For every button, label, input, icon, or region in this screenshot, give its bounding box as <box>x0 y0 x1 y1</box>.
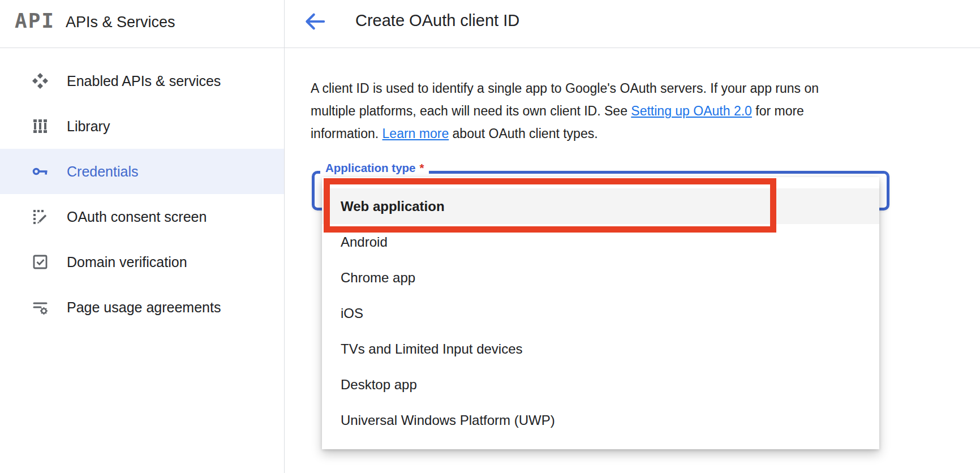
intro-line1: A client ID is used to identify a single… <box>311 81 819 96</box>
sidebar-item-oauth-consent[interactable]: OAuth consent screen <box>0 194 284 239</box>
option-tvs-limited-input[interactable]: TVs and Limited Input devices <box>322 331 879 367</box>
apis-icon <box>31 71 50 91</box>
application-type-label: Application type* <box>320 160 429 175</box>
sidebar-item-label: Page usage agreements <box>67 299 221 316</box>
option-web-application[interactable]: Web application <box>322 188 879 224</box>
intro-line3-pre: information. <box>311 126 382 141</box>
sidebar-item-credentials[interactable]: Credentials <box>0 149 284 194</box>
sidebar-divider <box>284 0 285 473</box>
intro-line2-pre: multiple platforms, each will need its o… <box>311 104 631 118</box>
sidebar-item-label: Enabled APIs & services <box>67 73 221 89</box>
sidebar-item-label: Library <box>67 118 110 135</box>
option-chrome-app[interactable]: Chrome app <box>322 260 879 295</box>
option-uwp[interactable]: Universal Windows Platform (UWP) <box>322 402 879 438</box>
sidebar-item-label: Domain verification <box>67 254 187 270</box>
option-desktop-app[interactable]: Desktop app <box>322 367 879 402</box>
required-asterisk: * <box>419 161 424 174</box>
intro-paragraph: A client ID is used to identify a single… <box>311 77 819 145</box>
domain-verification-icon <box>31 252 50 272</box>
library-icon <box>31 117 50 136</box>
product-title: APIs & Services <box>66 14 175 31</box>
sidebar-item-enabled-apis[interactable]: Enabled APIs & services <box>0 58 284 104</box>
learn-more-link[interactable]: Learn more <box>382 126 449 141</box>
application-type-dropdown: Web application Android Chrome app iOS T… <box>322 177 879 449</box>
sidebar-item-page-usage[interactable]: Page usage agreements <box>0 285 284 330</box>
intro-line2-post: for more <box>752 104 804 118</box>
header-divider <box>0 48 980 48</box>
option-ios[interactable]: iOS <box>322 295 879 331</box>
intro-line3-post: about OAuth client types. <box>449 126 598 141</box>
oauth-consent-icon <box>31 207 50 226</box>
api-logo: API <box>15 9 55 32</box>
sidebar-item-label: Credentials <box>67 164 138 180</box>
key-icon <box>31 162 50 181</box>
page: API APIs & Services Enabled APIs & servi… <box>0 0 980 473</box>
back-arrow-icon <box>303 10 328 33</box>
option-android[interactable]: Android <box>322 224 879 260</box>
field-label-text: Application type <box>325 161 415 174</box>
back-button[interactable] <box>303 9 328 34</box>
page-usage-icon <box>31 298 50 317</box>
sidebar-item-library[interactable]: Library <box>0 104 284 149</box>
page-title: Create OAuth client ID <box>355 11 519 30</box>
setting-up-oauth-link[interactable]: Setting up OAuth 2.0 <box>631 104 752 118</box>
sidebar-item-domain-verification[interactable]: Domain verification <box>0 239 284 285</box>
sidebar-item-label: OAuth consent screen <box>67 209 207 225</box>
